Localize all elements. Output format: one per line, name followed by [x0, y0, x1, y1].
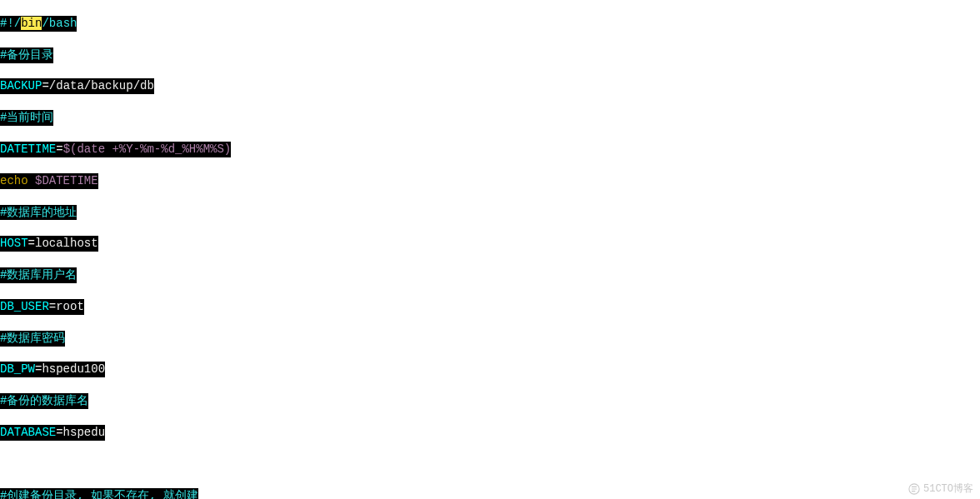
comment: #数据库密码	[0, 332, 65, 345]
var-name: DATETIME	[0, 142, 56, 156]
comment: #备份目录	[0, 48, 53, 62]
blog-icon	[908, 483, 920, 495]
code-line: #数据库密码	[0, 331, 65, 347]
comment: #数据库的地址	[0, 206, 77, 219]
comment: #创建备份目录, 如果不存在, 就创建	[0, 489, 198, 499]
code-line: #备份目录	[0, 47, 53, 63]
token: =hspedu	[56, 426, 105, 439]
code-line: HOST=localhost	[0, 236, 98, 252]
code-line: #!/bin/bash	[0, 16, 77, 32]
var-name: HOST	[0, 237, 28, 250]
code-line: DATETIME=$(date +%Y-%m-%d_%H%M%S)	[0, 142, 231, 157]
comment: #数据库用户名	[0, 268, 77, 282]
code-line: DB_PW=hspedu100	[0, 362, 105, 377]
token: $(date +%Y-%m-%d_%H%M%S)	[63, 142, 232, 156]
token: #!/	[0, 17, 21, 30]
token: =localhost	[28, 237, 98, 250]
code-line: #当前时间	[0, 110, 53, 126]
highlighted-token: bin	[21, 17, 42, 30]
code-line: echo $DATETIME	[0, 173, 98, 189]
watermark-text: 51CTO博客	[923, 483, 973, 495]
token: =/data/backup/db	[42, 79, 153, 92]
watermark: 51CTO博客	[908, 482, 973, 496]
var-ref: $DATETIME	[35, 174, 98, 187]
keyword: echo	[0, 174, 35, 187]
code-line: #数据库用户名	[0, 267, 77, 283]
code-line: #数据库的地址	[0, 205, 77, 221]
comment: #当前时间	[0, 111, 53, 124]
code-line: DB_USER=root	[0, 299, 84, 315]
code-line: DATABASE=hspedu	[0, 425, 105, 441]
var-name: DB_USER	[0, 300, 49, 313]
code-line: BACKUP=/data/backup/db	[0, 78, 154, 94]
code-line: #创建备份目录, 如果不存在, 就创建	[0, 488, 198, 499]
comment: #备份的数据库名	[0, 394, 88, 407]
token: =hspedu100	[35, 362, 105, 376]
code-block: #!/bin/bash #备份目录 BACKUP=/data/backup/db…	[0, 0, 980, 499]
token: =	[56, 142, 62, 156]
blank-line	[0, 457, 7, 472]
var-name: BACKUP	[0, 79, 42, 92]
var-name: DATABASE	[0, 426, 56, 439]
token: =root	[49, 300, 84, 313]
token: /bash	[42, 17, 77, 30]
var-name: DB_PW	[0, 362, 35, 376]
code-line: #备份的数据库名	[0, 393, 88, 409]
